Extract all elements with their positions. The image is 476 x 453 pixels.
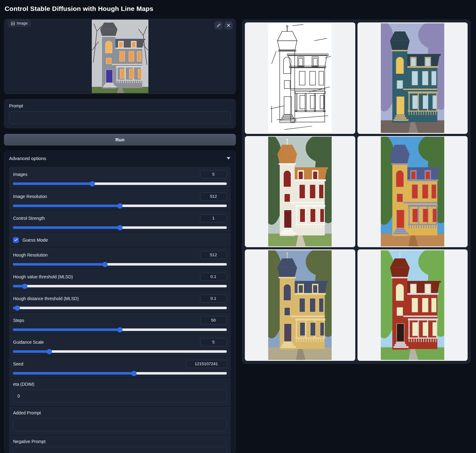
eta-ddim-label: eta (DDIM) (13, 382, 227, 387)
hough-value-threshold-input[interactable]: 0.1 (200, 273, 227, 281)
hough-distance-threshold-label: Hough distance threshold (MLSD) (13, 296, 79, 301)
pencil-icon (217, 23, 221, 27)
guidance-scale-label: Guidance Scale (13, 340, 44, 345)
image-resolution-block: Image Resolution 512 (9, 188, 231, 210)
seed-slider[interactable] (13, 372, 227, 375)
added-prompt-label: Added Prompt (13, 410, 227, 415)
prompt-input[interactable] (9, 111, 231, 124)
chevron-down-icon (226, 157, 231, 160)
check-icon (14, 238, 18, 241)
gallery-item-2[interactable] (245, 136, 355, 248)
prompt-group: Prompt (4, 99, 236, 128)
gallery-item-4[interactable] (245, 249, 355, 361)
image-resolution-label: Image Resolution (13, 194, 47, 199)
uploaded-image-wrap (5, 20, 235, 93)
slider-handle[interactable] (102, 262, 108, 267)
advanced-options-header[interactable]: Advanced options (4, 151, 236, 165)
image-icon (11, 21, 15, 26)
slider-handle[interactable] (117, 327, 123, 333)
image-toolbar (215, 21, 232, 29)
steps-block: Steps 50 (9, 312, 231, 334)
controls-column: Image Prompt (4, 19, 236, 453)
negative-prompt-block: Negative Prompt (9, 435, 231, 453)
gallery-item-5[interactable] (357, 249, 468, 361)
added-prompt-input[interactable] (13, 418, 227, 431)
generated-house-image-3 (381, 137, 444, 246)
edit-image-button[interactable] (215, 21, 222, 29)
slider-handle[interactable] (47, 349, 52, 354)
slider-handle[interactable] (15, 305, 20, 311)
steps-value-input[interactable]: 50 (200, 316, 227, 324)
generated-house-image-4 (268, 250, 332, 360)
guess-mode-row[interactable]: Guess Mode (9, 232, 231, 247)
gallery-item-hough-map[interactable] (245, 22, 355, 134)
generated-house-image-1 (381, 23, 444, 133)
slider-handle[interactable] (117, 225, 123, 230)
advanced-options-panel: Advanced options Images 5 (4, 151, 236, 453)
negative-prompt-input[interactable] (13, 447, 227, 453)
hough-resolution-block: Hough Resolution 512 (9, 247, 231, 269)
slider-handle[interactable] (131, 371, 137, 376)
images-slider[interactable] (13, 182, 227, 185)
uploaded-house-photo (92, 20, 148, 93)
clear-image-button[interactable] (225, 21, 232, 29)
guidance-scale-value-input[interactable]: 5 (200, 338, 227, 346)
control-strength-block: Control Strength 1 (9, 210, 231, 232)
image-badge-label: Image (17, 21, 28, 26)
hough-resolution-label: Hough Resolution (13, 252, 48, 257)
run-button[interactable]: Run (4, 134, 236, 145)
image-badge: Image (8, 20, 31, 27)
close-icon (226, 23, 231, 27)
hough-resolution-slider[interactable] (13, 263, 227, 266)
guess-mode-label: Guess Mode (22, 238, 48, 243)
image-resolution-value-input[interactable]: 512 (200, 192, 227, 201)
negative-prompt-label: Negative Prompt (13, 439, 227, 444)
guess-mode-checkbox[interactable] (13, 237, 19, 243)
result-gallery (242, 20, 470, 364)
hough-resolution-value-input[interactable]: 512 (200, 251, 227, 259)
steps-label: Steps (13, 318, 24, 323)
slider-handle[interactable] (22, 284, 27, 289)
generated-house-image-5 (381, 250, 444, 360)
control-strength-value-input[interactable]: 1 (200, 214, 227, 222)
hough-line-map-image (268, 23, 332, 133)
steps-slider[interactable] (13, 328, 227, 331)
slider-handle[interactable] (117, 203, 123, 209)
images-block: Images 5 (9, 167, 231, 188)
hough-distance-threshold-input[interactable]: 0.1 (200, 295, 227, 303)
image-resolution-slider[interactable] (13, 205, 227, 207)
guidance-scale-slider[interactable] (13, 350, 227, 353)
control-strength-label: Control Strength (13, 216, 45, 221)
added-prompt-block: Added Prompt (9, 406, 231, 435)
generated-house-image-2 (268, 137, 332, 246)
seed-block: Seed 1215107241 (9, 356, 231, 378)
eta-ddim-block: eta (DDIM) 0 (9, 378, 231, 406)
prompt-label: Prompt (9, 103, 231, 108)
gallery-item-3[interactable] (357, 136, 468, 248)
hough-value-threshold-label: Hough value threshold (MLSD) (13, 274, 73, 279)
gallery-item-1[interactable] (357, 22, 468, 134)
images-value-input[interactable]: 5 (200, 170, 227, 178)
advanced-options-title: Advanced options (9, 156, 46, 161)
advanced-options-form: Images 5 Image Resolution 512 (9, 166, 231, 453)
seed-value-input[interactable]: 1215107241 (186, 360, 227, 368)
hough-distance-threshold-block: Hough distance threshold (MLSD) 0.1 (9, 290, 231, 312)
hough-distance-threshold-slider[interactable] (13, 307, 227, 309)
control-strength-slider[interactable] (13, 226, 227, 229)
slider-handle[interactable] (90, 181, 95, 186)
page-title: Control Stable Diffusion with Hough Line… (5, 5, 153, 12)
eta-ddim-input[interactable]: 0 (13, 389, 227, 403)
seed-label: Seed (13, 361, 23, 366)
hough-value-threshold-block: Hough value threshold (MLSD) 0.1 (9, 269, 231, 290)
image-upload[interactable]: Image (4, 19, 236, 94)
guidance-scale-block: Guidance Scale 5 (9, 334, 231, 356)
hough-value-threshold-slider[interactable] (13, 285, 227, 287)
images-label: Images (13, 172, 27, 177)
